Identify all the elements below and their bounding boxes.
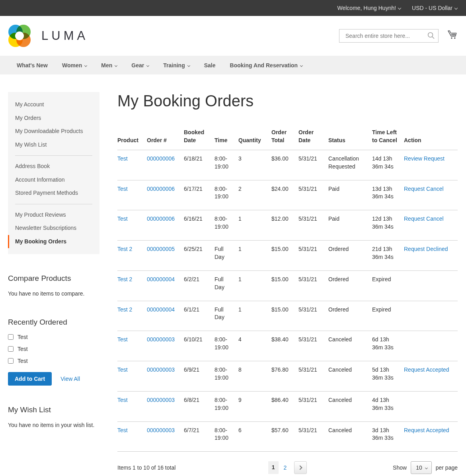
product-link[interactable]: Test xyxy=(117,366,128,373)
compare-products-title: Compare Products xyxy=(8,274,99,283)
pagination: 1 2 xyxy=(268,461,307,474)
table-row: Test 000000006 6/17/21 8:00-19:00 2 $24.… xyxy=(117,180,458,210)
table-toolbar: Items 1 to 10 of 16 total 1 2 Show 10 pe… xyxy=(117,461,458,474)
order-total-cell: $76.80 xyxy=(271,361,298,392)
sidebar-item-my-wish-list[interactable]: My Wish List xyxy=(8,138,99,152)
wishlist-title: My Wish List xyxy=(8,405,99,414)
booked-date-cell: 6/17/21 xyxy=(184,180,214,210)
search-input[interactable] xyxy=(339,29,439,43)
order-number-link[interactable]: 000000003 xyxy=(147,336,175,343)
booked-date-cell: 6/2/21 xyxy=(184,270,214,301)
search-icon[interactable] xyxy=(427,31,435,41)
time-left-cell: 4d 13h 36m 33s xyxy=(372,391,404,421)
time-left-cell: 6d 13h 36m 33s xyxy=(372,331,404,361)
time-cell: 8:00-19:00 xyxy=(214,331,238,361)
status-cell: Paid xyxy=(328,210,372,241)
nav-item-sale[interactable]: Sale xyxy=(197,62,223,69)
nav-item-booking-and-reservation[interactable]: Booking And Reservation xyxy=(223,62,310,69)
welcome-text: Welcome, Hung Huynh! xyxy=(337,5,396,11)
add-to-cart-button[interactable]: Add to Cart xyxy=(8,372,52,386)
compare-products-empty-text: You have no items to compare. xyxy=(8,290,99,298)
order-number-link[interactable]: 000000004 xyxy=(147,276,175,282)
order-date-cell: 5/31/21 xyxy=(298,391,328,421)
quantity-cell: 8 xyxy=(238,361,271,392)
nav-item-women[interactable]: Women xyxy=(55,62,94,69)
recently-ordered-checkbox[interactable] xyxy=(8,346,14,352)
sidebar-item-newsletter-subscriptions[interactable]: Newsletter Subscriptions xyxy=(8,221,99,235)
action-link[interactable]: Request Accepted xyxy=(404,366,449,373)
sidebar-item-address-book[interactable]: Address Book xyxy=(8,160,99,173)
product-link[interactable]: Test xyxy=(117,215,128,222)
sidebar-item-stored-payment-methods[interactable]: Stored Payment Methods xyxy=(8,186,99,200)
table-row: Test 000000006 6/16/21 8:00-19:00 1 $12.… xyxy=(117,210,458,241)
product-link[interactable]: Test 2 xyxy=(117,246,132,252)
status-cell: Ordered xyxy=(328,301,372,331)
currency-switcher[interactable]: USD - US Dollar xyxy=(412,5,457,11)
recently-ordered-checkbox[interactable] xyxy=(8,358,14,364)
compare-products-block: Compare Products You have no items to co… xyxy=(8,274,99,298)
sidebar-item-my-product-reviews[interactable]: My Product Reviews xyxy=(8,208,99,222)
action-link[interactable]: Request Cancel xyxy=(404,215,444,222)
quantity-cell: 1 xyxy=(238,301,271,331)
time-left-cell: 5d 13h 36m 33s xyxy=(372,361,404,392)
sidebar-item-my-account[interactable]: My Account xyxy=(8,98,99,112)
chevron-down-icon xyxy=(300,64,303,67)
product-link[interactable]: Test xyxy=(117,186,128,192)
action-link[interactable]: Review Request xyxy=(404,155,445,162)
booked-date-cell: 6/1/21 xyxy=(184,301,214,331)
order-total-cell: $15.00 xyxy=(271,241,298,271)
recently-ordered-checkbox[interactable] xyxy=(8,334,14,340)
nav-item-whats-new[interactable]: What's New xyxy=(10,62,55,69)
status-cell: Canceled xyxy=(328,361,372,392)
sidebar-item-my-downloadable-products[interactable]: My Downloadable Products xyxy=(8,125,99,138)
status-cell: Canceled xyxy=(328,331,372,361)
quantity-cell: 9 xyxy=(238,391,271,421)
status-cell: Ordered xyxy=(328,241,372,271)
product-link[interactable]: Test xyxy=(117,427,128,433)
product-link[interactable]: Test xyxy=(117,397,128,403)
pagination-page-2-link[interactable]: 2 xyxy=(282,462,289,473)
order-number-link[interactable]: 000000004 xyxy=(147,306,175,313)
recently-ordered-title: Recently Ordered xyxy=(8,318,99,327)
time-left-cell: Expired xyxy=(372,270,404,301)
order-number-link[interactable]: 000000005 xyxy=(147,246,175,252)
product-link[interactable]: Test 2 xyxy=(117,306,132,313)
col-header-time: Time xyxy=(214,129,238,150)
time-cell: Full Day xyxy=(214,241,238,271)
order-number-link[interactable]: 000000003 xyxy=(147,427,175,433)
order-date-cell: 5/31/21 xyxy=(298,210,328,241)
action-link[interactable]: Request Cancel xyxy=(404,186,444,192)
time-left-cell: 21d 13h 36m 34s xyxy=(372,241,404,271)
sidebar-item-account-information[interactable]: Account Information xyxy=(8,173,99,187)
time-left-cell: Expired xyxy=(372,301,404,331)
product-link[interactable]: Test 2 xyxy=(117,276,132,282)
pagination-next-button[interactable] xyxy=(294,461,307,474)
sidebar-item-my-booking-orders[interactable]: My Booking Orders xyxy=(8,235,99,249)
store-logo[interactable]: LUMA xyxy=(8,24,88,47)
order-number-link[interactable]: 000000006 xyxy=(147,186,175,192)
table-row: Test 2 000000004 6/1/21 Full Day 1 $15.0… xyxy=(117,301,458,331)
product-link[interactable]: Test xyxy=(117,336,128,343)
action-link[interactable]: Request Accepted xyxy=(404,427,449,433)
time-cell: 8:00-19:00 xyxy=(214,421,238,452)
welcome-dropdown[interactable]: Welcome, Hung Huynh! xyxy=(337,5,401,11)
view-all-link[interactable]: View All xyxy=(60,376,80,382)
order-total-cell: $12.00 xyxy=(271,210,298,241)
table-header-row: Product Order # Booked Date Time Quantit… xyxy=(117,129,458,150)
product-link[interactable]: Test xyxy=(117,155,128,162)
booked-date-cell: 6/8/21 xyxy=(184,391,214,421)
order-number-link[interactable]: 000000006 xyxy=(147,215,175,222)
sidebar-item-my-orders[interactable]: My Orders xyxy=(8,112,99,125)
action-link[interactable]: Request Declined xyxy=(404,246,448,252)
order-date-cell: 5/31/21 xyxy=(298,270,328,301)
nav-item-training[interactable]: Training xyxy=(156,62,197,69)
per-page-select[interactable]: 10 xyxy=(411,461,432,474)
booked-date-cell: 6/7/21 xyxy=(184,421,214,452)
cart-icon[interactable] xyxy=(447,30,457,41)
order-number-link[interactable]: 000000003 xyxy=(147,366,175,373)
order-number-link[interactable]: 000000003 xyxy=(147,397,175,403)
quantity-cell: 6 xyxy=(238,421,271,452)
nav-item-gear[interactable]: Gear xyxy=(124,62,156,69)
order-number-link[interactable]: 000000006 xyxy=(147,155,175,162)
nav-item-men[interactable]: Men xyxy=(94,62,124,69)
